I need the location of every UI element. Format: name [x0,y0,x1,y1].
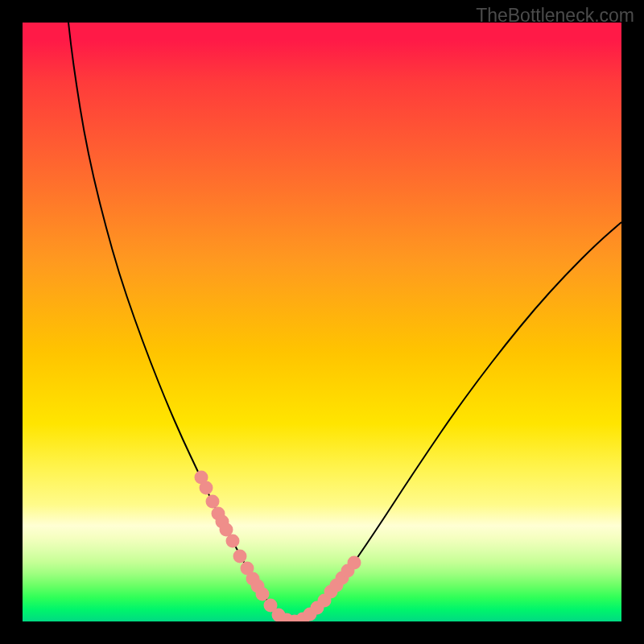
data-point-marker [226,535,240,548]
gradient-plot-area [23,23,621,621]
watermark-text: TheBottleneck.com [476,5,634,27]
bottleneck-curve [68,23,621,621]
data-point-marker [233,550,247,564]
data-point-marker [206,495,220,509]
data-point-marker [256,588,270,601]
curve-layer-svg [23,23,621,621]
data-point-marker [348,556,361,570]
chart-frame: TheBottleneck.com [0,0,644,644]
data-point-marker [200,481,213,495]
data-point-markers [195,471,361,622]
